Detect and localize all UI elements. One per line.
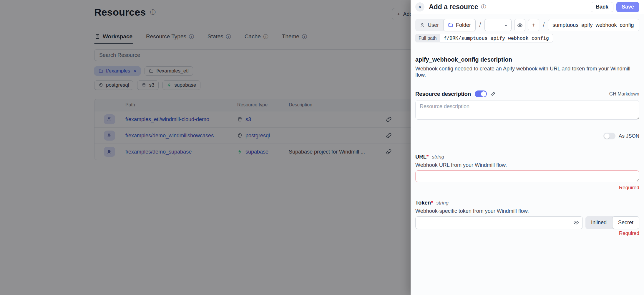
token-field-block: Token* string Webhook-specific token fro… — [415, 200, 639, 236]
token-mode-toggle: Inlined Secret — [585, 216, 639, 229]
owner-kind-folder[interactable]: Folder — [443, 19, 476, 31]
as-json-label: As JSON — [619, 133, 639, 139]
path-builder-row: User Folder / + — [415, 19, 639, 31]
path-separator: / — [478, 21, 482, 29]
folder-icon — [448, 22, 453, 28]
as-json-row: As JSON — [415, 133, 639, 139]
resource-type-description-text: Webhook config needed to create an Apify… — [415, 66, 639, 78]
token-input[interactable] — [415, 216, 583, 229]
save-button[interactable]: Save — [616, 2, 639, 12]
description-textarea[interactable] — [415, 100, 639, 120]
close-icon[interactable]: × — [415, 2, 424, 11]
token-type: string — [436, 200, 449, 206]
back-button[interactable]: Back — [591, 2, 613, 12]
edit-pencil-icon[interactable] — [490, 91, 496, 97]
owner-kind-toggle: User Folder — [415, 19, 476, 31]
as-json-toggle[interactable] — [603, 133, 615, 139]
full-path-value: f/DRK/sumptuous_apify_webhook_config — [440, 34, 553, 42]
owner-kind-folder-label: Folder — [456, 22, 471, 28]
plus-icon: + — [532, 22, 535, 29]
description-toggle[interactable] — [475, 90, 487, 97]
full-path-label: Full path — [415, 34, 440, 42]
resource-type-description-title: apify_webhook_config description — [415, 56, 639, 63]
screen: Resources ⓘ Workspace Resource Types ⓘ S… — [0, 0, 644, 295]
token-label: Token* — [415, 200, 433, 206]
add-resource-drawer: × Add a resource ⓘ Back Save User — [411, 0, 644, 295]
required-star: * — [426, 154, 429, 160]
url-help-text: Webhook URL from your Windmill flow. — [415, 162, 639, 168]
description-toolbar: Resource description GH Markdown — [415, 90, 639, 97]
path-separator: / — [542, 21, 545, 29]
token-mode-secret[interactable]: Secret — [612, 216, 639, 229]
required-star: * — [431, 200, 433, 206]
token-help-text: Webhook-specific token from your Windmil… — [415, 208, 639, 214]
eye-icon — [517, 22, 523, 28]
owner-kind-user[interactable]: User — [415, 19, 443, 31]
resource-name-input[interactable] — [548, 19, 639, 31]
drawer-header: × Add a resource ⓘ Back Save — [411, 0, 644, 14]
eye-icon[interactable] — [573, 220, 579, 227]
url-label: URL* — [415, 154, 429, 160]
view-folder-button[interactable] — [514, 19, 525, 31]
url-input[interactable] — [415, 170, 639, 182]
token-required-message: Required — [415, 230, 639, 236]
full-path: Full path f/DRK/sumptuous_apify_webhook_… — [415, 34, 553, 42]
url-required-message: Required — [415, 185, 639, 191]
new-folder-button[interactable]: + — [528, 19, 539, 31]
info-icon[interactable]: ⓘ — [481, 4, 486, 9]
drawer-body: User Folder / + — [411, 14, 644, 241]
gh-markdown-label: GH Markdown — [609, 91, 639, 97]
folder-select[interactable] — [484, 19, 512, 31]
owner-kind-user-label: User — [428, 22, 439, 28]
chevron-down-icon — [504, 23, 508, 28]
description-label: Resource description — [415, 91, 471, 97]
token-mode-inlined[interactable]: Inlined — [585, 216, 612, 229]
url-field-block: URL* string Webhook URL from your Windmi… — [415, 154, 639, 191]
url-type: string — [432, 154, 444, 160]
user-icon — [420, 22, 425, 28]
drawer-title: Add a resource — [429, 3, 478, 11]
